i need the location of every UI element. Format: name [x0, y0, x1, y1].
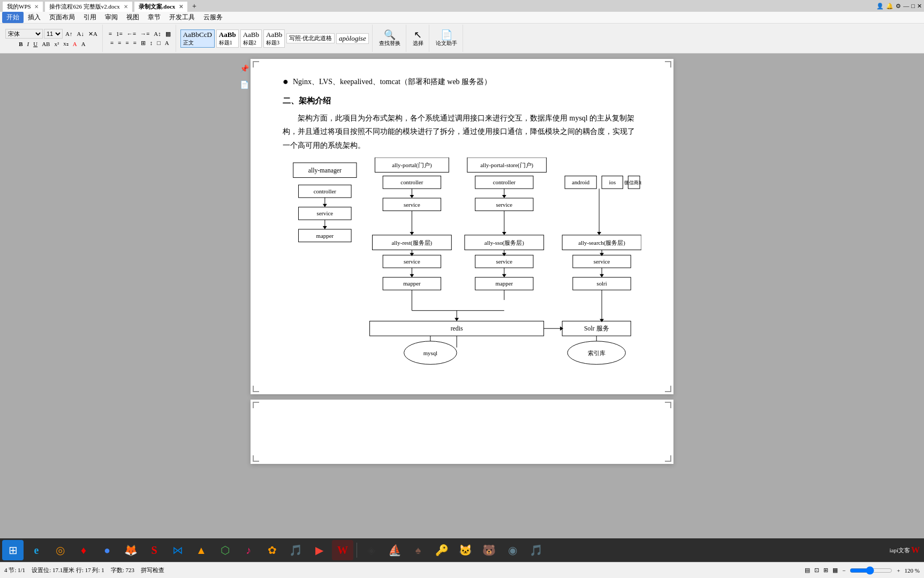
- align-center-btn[interactable]: ≡: [116, 39, 123, 47]
- menu-layout[interactable]: 页面布局: [45, 12, 79, 23]
- ally-search-label: ally-search(服务层): [578, 239, 625, 246]
- tab-doc2[interactable]: 录制文案.docx ✕: [134, 1, 188, 12]
- font-color-btn[interactable]: A: [71, 40, 79, 48]
- strikethrough-btn[interactable]: AB: [40, 40, 51, 48]
- taskbar-app20[interactable]: 🐻: [478, 540, 499, 560]
- taskbar-app18[interactable]: 🔑: [431, 540, 452, 560]
- col-btn[interactable]: ⊞: [139, 39, 147, 47]
- sort-btn[interactable]: A↕: [152, 30, 162, 37]
- font-shrink-btn[interactable]: A↓: [75, 30, 85, 37]
- view-normal-icon[interactable]: ▤: [805, 567, 810, 574]
- taskbar-wps[interactable]: W: [332, 540, 353, 560]
- tab-add-button[interactable]: +: [189, 1, 200, 12]
- style-h1[interactable]: AaBb 标题1: [216, 29, 239, 48]
- taskbar-app9[interactable]: ⬡: [214, 540, 236, 560]
- bold-btn[interactable]: B: [17, 40, 24, 48]
- underline-btn[interactable]: U: [32, 40, 39, 48]
- font-name-select[interactable]: 宋体: [5, 29, 43, 39]
- taskbar-chrome[interactable]: ●: [96, 540, 118, 560]
- zoom-in-btn[interactable]: +: [897, 567, 900, 574]
- svg-marker-22: [410, 232, 414, 235]
- align-right-btn[interactable]: ≡: [124, 39, 130, 47]
- taskbar-edge[interactable]: ⋈: [167, 540, 188, 560]
- menu-chapter[interactable]: 章节: [143, 12, 165, 23]
- taskbar-sogou[interactable]: S: [143, 540, 165, 560]
- settings-icon[interactable]: ⚙: [896, 3, 901, 10]
- paper-assistant-btn[interactable]: 📄 论文助手: [434, 29, 459, 48]
- view-slide-icon[interactable]: ▦: [832, 567, 838, 574]
- app19-icon: 🐱: [459, 544, 472, 557]
- taskbar-app19[interactable]: 🐱: [455, 540, 476, 560]
- maximize-icon[interactable]: □: [911, 3, 915, 9]
- taskbar-app11[interactable]: ✿: [261, 540, 283, 560]
- menu-devtools[interactable]: 开发工具: [165, 12, 199, 23]
- style-normal[interactable]: AaBbCcD 正文: [180, 29, 215, 48]
- user-icon[interactable]: 👤: [876, 3, 884, 10]
- start-button[interactable]: ⊞: [2, 540, 24, 560]
- taskbar-app15[interactable]: ◈: [360, 540, 382, 560]
- menu-reference[interactable]: 引用: [79, 12, 101, 23]
- menu-cloud[interactable]: 云服务: [199, 12, 227, 23]
- style-h3[interactable]: AaBb 标题3: [263, 29, 285, 48]
- zoom-out-btn[interactable]: −: [842, 567, 845, 574]
- taskbar-app22[interactable]: 🎵: [525, 540, 547, 560]
- highlight-btn[interactable]: A: [80, 40, 87, 48]
- tab-close-mywps[interactable]: ✕: [34, 4, 39, 10]
- style-h2[interactable]: AaBb 标题2: [240, 29, 262, 48]
- tab-mywps[interactable]: 我的WPS ✕: [2, 1, 43, 12]
- taskbar-antivirus[interactable]: ♦: [73, 540, 94, 560]
- superscript-btn[interactable]: x²: [52, 40, 60, 48]
- style-custom1[interactable]: 写照·优北此道格: [286, 33, 335, 43]
- numbering-btn[interactable]: 1≡: [115, 30, 124, 37]
- taskbar-app17[interactable]: ♠: [407, 540, 429, 560]
- status-bar: 4 节: 1/1 设置位: 17.1厘米 行: 17 列: 1 字数: 723 …: [0, 562, 924, 578]
- para-color-btn[interactable]: A: [163, 39, 171, 47]
- outdent-btn[interactable]: ←≡: [125, 30, 138, 37]
- indent-btn[interactable]: →≡: [139, 30, 151, 37]
- taskbar-app8[interactable]: ▲: [191, 540, 212, 560]
- taskbar-app16[interactable]: ⛵: [384, 540, 405, 560]
- align-left-btn[interactable]: ≡: [109, 39, 115, 47]
- format-clear-btn[interactable]: ✕A: [87, 30, 99, 38]
- taskbar-app21[interactable]: ◉: [502, 540, 523, 560]
- tab-close-doc2[interactable]: ✕: [179, 4, 183, 10]
- minimize-icon[interactable]: —: [903, 3, 909, 9]
- shading-btn[interactable]: ▩: [164, 30, 172, 38]
- line-spacing-btn[interactable]: ↕: [148, 39, 155, 47]
- tab-bar: 我的WPS ✕ 操作流程626 完整版v2.docx ✕ 录制文案.docx ✕…: [0, 0, 924, 12]
- notification-icon[interactable]: 🔔: [886, 3, 893, 10]
- bullets-btn[interactable]: ≡: [107, 30, 113, 37]
- taskbar-firefox[interactable]: 🦊: [120, 540, 141, 560]
- style-custom2[interactable]: apòlogise: [336, 33, 369, 44]
- page-container: 📌 📄 ● Nginx、LVS、keepalived、tomcat（部署和搭建 …: [251, 54, 673, 562]
- menu-insert[interactable]: 插入: [24, 12, 45, 23]
- spell-check[interactable]: 拼写检查: [141, 566, 164, 574]
- taskbar-app2[interactable]: ◎: [49, 540, 71, 560]
- tab-close-doc1[interactable]: ✕: [124, 4, 128, 10]
- taskbar-app10[interactable]: ♪: [238, 540, 259, 560]
- controller1-label: controller: [314, 188, 336, 194]
- font-grow-btn[interactable]: A↑: [64, 30, 74, 37]
- view-read-icon[interactable]: ⊞: [823, 567, 828, 574]
- justify-btn[interactable]: ≡: [131, 39, 138, 47]
- taskbar-app12[interactable]: 🎵: [285, 540, 306, 560]
- svg-marker-6: [323, 226, 327, 229]
- select-btn[interactable]: ↖ 选择: [411, 29, 426, 48]
- close-icon[interactable]: ✕: [917, 3, 922, 10]
- taskbar-ie[interactable]: e: [26, 540, 47, 560]
- menu-view[interactable]: 视图: [122, 12, 143, 23]
- italic-btn[interactable]: I: [26, 40, 31, 48]
- view-web-icon[interactable]: ⊡: [814, 567, 819, 574]
- border-btn[interactable]: □: [155, 39, 162, 47]
- tab-doc1[interactable]: 操作流程626 完整版v2.docx ✕: [44, 1, 132, 12]
- font-size-select[interactable]: 11: [44, 29, 63, 39]
- menu-start[interactable]: 开始: [2, 12, 24, 23]
- subscript-btn[interactable]: x₂: [62, 40, 70, 48]
- menu-review[interactable]: 审阅: [101, 12, 122, 23]
- systray-wps-icon[interactable]: W: [911, 545, 920, 555]
- app20-icon: 🐻: [482, 544, 496, 557]
- taskbar-app13[interactable]: ▶: [308, 540, 330, 560]
- zoom-slider[interactable]: [850, 566, 892, 575]
- find-replace-btn[interactable]: 🔍 查找替换: [377, 29, 403, 48]
- svg-marker-32: [410, 274, 414, 277]
